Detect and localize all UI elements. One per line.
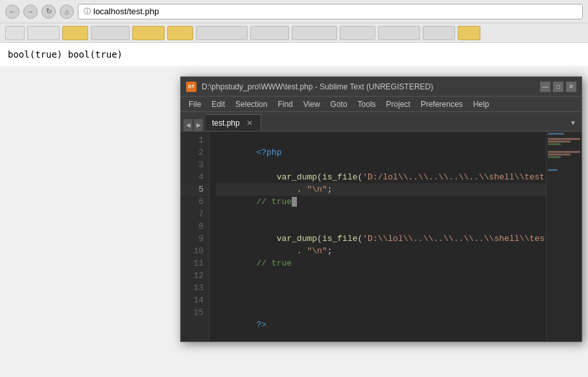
code-line-15: ?> — [216, 306, 546, 319]
tab-dropdown-button[interactable]: ▼ — [567, 114, 579, 131]
menu-tools[interactable]: Tools — [353, 97, 381, 111]
tab-close-icon[interactable]: ✕ — [245, 119, 254, 128]
menu-find[interactable]: Find — [272, 97, 298, 111]
menu-bar: File Edit Selection Find View Goto Tools… — [181, 97, 582, 112]
line-num-10: 10 — [181, 245, 209, 257]
menu-goto[interactable]: Goto — [325, 97, 353, 111]
code-line-7 — [216, 208, 546, 220]
title-bar: ST D:\phpstudy_pro\WWW\test.php - Sublim… — [181, 77, 582, 97]
line-num-14: 14 — [181, 294, 209, 306]
bookmark-item[interactable] — [292, 26, 337, 40]
bookmarks-bar — [0, 23, 588, 43]
bookmark-folder[interactable] — [167, 26, 193, 40]
bookmark-item[interactable] — [27, 26, 60, 40]
menu-file[interactable]: File — [183, 97, 206, 111]
bookmark-item[interactable] — [340, 26, 375, 40]
bookmark-item[interactable] — [196, 26, 248, 40]
forward-button[interactable]: → — [23, 5, 38, 19]
bookmark-item[interactable] — [5, 26, 25, 40]
home-button[interactable]: ⌂ — [60, 5, 74, 19]
bookmark-item[interactable] — [423, 26, 455, 40]
line-num-6: 6 — [181, 196, 209, 208]
browser-toolbar: ← → ↻ ⌂ ⓘ localhost/test.php — [0, 0, 588, 23]
bookmark-folder[interactable] — [132, 26, 165, 40]
line-numbers: 1 2 3 4 5 6 7 8 9 10 11 12 13 14 15 — [181, 131, 209, 341]
bookmark-item[interactable] — [250, 26, 289, 40]
code-line-3: var_dump(is_file('D:/lol\\..\\..\\..\\..… — [216, 159, 546, 171]
sublime-window: ST D:\phpstudy_pro\WWW\test.php - Sublim… — [180, 76, 582, 342]
bookmark-folder[interactable] — [458, 26, 480, 40]
bookmark-folder[interactable] — [62, 26, 88, 40]
tab-testphp[interactable]: test.php ✕ — [206, 114, 261, 131]
tab-prev-button[interactable]: ◀ — [183, 119, 193, 131]
menu-view[interactable]: View — [298, 97, 325, 111]
menu-selection[interactable]: Selection — [230, 97, 272, 111]
code-line-12 — [216, 269, 546, 282]
line-num-7: 7 — [181, 208, 209, 220]
menu-help[interactable]: Help — [468, 97, 495, 111]
menu-edit[interactable]: Edit — [206, 97, 230, 111]
bookmark-item[interactable] — [378, 26, 420, 40]
line-num-1: 1 — [181, 134, 209, 146]
window-title: D:\phpstudy_pro\WWW\test.php - Sublime T… — [202, 82, 540, 91]
icon-label: ST — [188, 84, 194, 89]
refresh-button[interactable]: ↻ — [41, 5, 56, 19]
line-num-4: 4 — [181, 171, 209, 183]
code-line-1: <?php — [216, 134, 546, 146]
line-num-3: 3 — [181, 159, 209, 171]
code-line-13 — [216, 282, 546, 294]
line-num-12: 12 — [181, 269, 209, 282]
lock-icon: ⓘ — [84, 6, 91, 16]
url-bar[interactable]: ⓘ localhost/test.php — [78, 4, 583, 19]
sublime-icon: ST — [186, 82, 196, 92]
line-num-9: 9 — [181, 233, 209, 245]
line-num-11: 11 — [181, 257, 209, 269]
line-num-2: 2 — [181, 146, 209, 159]
menu-preferences[interactable]: Preferences — [416, 97, 468, 111]
minimap[interactable] — [546, 131, 582, 341]
close-button[interactable]: ✕ — [566, 82, 576, 92]
bookmark-item[interactable] — [91, 26, 130, 40]
minimize-button[interactable]: — — [540, 82, 550, 92]
code-line-8: var_dump(is_file('D:\\lol\\..\\..\\..\\.… — [216, 220, 546, 233]
line-num-15: 15 — [181, 306, 209, 319]
url-text: localhost/test.php — [93, 6, 159, 16]
window-controls: — □ ✕ — [540, 82, 576, 92]
tab-bar: ◀ ▶ test.php ✕ ▼ — [181, 112, 582, 131]
code-line-14 — [216, 294, 546, 306]
line-num-5: 5 — [181, 183, 209, 196]
page-output: bool(true) bool(true) — [8, 49, 123, 60]
line-num-8: 8 — [181, 220, 209, 233]
tab-label: test.php — [212, 119, 240, 128]
maximize-button[interactable]: □ — [553, 82, 563, 92]
code-content[interactable]: <?php var_dump(is_file('D:/lol\\..\\..\\… — [209, 131, 546, 341]
tab-nav-buttons: ◀ ▶ — [183, 119, 203, 131]
menu-project[interactable]: Project — [381, 97, 416, 111]
browser-content: bool(true) bool(true) — [0, 43, 588, 66]
tab-next-button[interactable]: ▶ — [194, 119, 203, 131]
back-button[interactable]: ← — [5, 5, 19, 19]
line-num-13: 13 — [181, 282, 209, 294]
editor-area: 1 2 3 4 5 6 7 8 9 10 11 12 13 14 15 <?ph… — [181, 131, 582, 341]
